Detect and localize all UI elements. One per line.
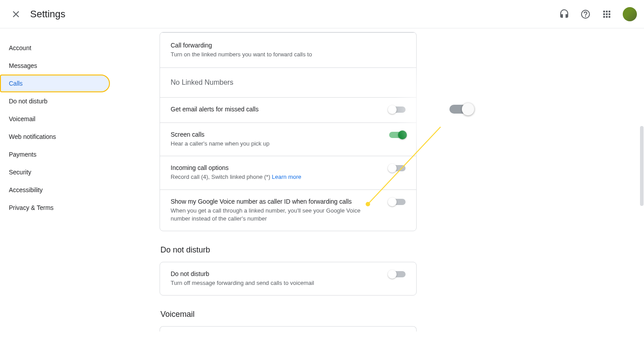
close-icon [11, 9, 21, 20]
linked-numbers-empty: No Linked Numbers [160, 67, 416, 97]
headset-icon [559, 9, 570, 20]
sidebar-item-messages[interactable]: Messages [0, 57, 110, 75]
apps-button[interactable] [598, 5, 616, 23]
sidebar-item-label: Do not disturb [9, 98, 47, 105]
show-voice-number-title: Show my Google Voice number as caller ID… [171, 198, 379, 205]
help-button[interactable] [577, 5, 594, 23]
show-voice-number-subtitle: When you get a call through a linked num… [171, 207, 379, 223]
sidebar-item-account[interactable]: Account [0, 39, 110, 57]
sidebar-item-label: Privacy & Terms [9, 204, 54, 211]
apps-grid-icon [601, 9, 612, 20]
account-avatar[interactable] [623, 7, 637, 21]
sidebar-item-privacy-terms[interactable]: Privacy & Terms [0, 199, 110, 217]
sidebar-item-payments[interactable]: Payments [0, 146, 110, 163]
call-forwarding-subtitle: Turn on the linked numbers you want to f… [171, 51, 406, 59]
sidebar-item-label: Payments [9, 151, 36, 158]
screen-calls-toggle[interactable] [389, 132, 406, 138]
sidebar-item-label: Messages [9, 62, 37, 69]
sidebar-item-voicemail[interactable]: Voicemail [0, 110, 110, 128]
sidebar-item-label: Accessibility [9, 186, 43, 193]
do-not-disturb-card: Do not disturb Turn off message forwardi… [160, 262, 417, 296]
sidebar-item-label: Account [9, 44, 31, 51]
sidebar-item-label: Calls [9, 80, 23, 87]
settings-main: Call forwarding Turn on the linked numbe… [115, 28, 644, 355]
app-header: Settings [0, 0, 644, 28]
highlight-toggle[interactable] [449, 105, 472, 114]
show-voice-number-toggle[interactable] [389, 199, 406, 205]
sidebar-item-calls[interactable]: Calls [0, 75, 110, 92]
close-button[interactable] [7, 5, 25, 23]
email-alerts-title: Get email alerts for missed calls [171, 106, 379, 113]
email-alerts-toggle[interactable] [389, 106, 406, 113]
sidebar-item-accessibility[interactable]: Accessibility [0, 181, 110, 199]
page-title: Settings [30, 8, 66, 20]
screen-calls-subtitle: Hear a caller's name when you pick up [171, 140, 379, 148]
scrollbar-thumb[interactable] [640, 126, 644, 206]
help-icon [580, 9, 591, 20]
voicemail-card [160, 326, 417, 331]
incoming-call-options-toggle[interactable] [389, 165, 406, 171]
scrollbar-track [640, 28, 644, 355]
do-not-disturb-heading: Do not disturb [160, 245, 644, 255]
settings-sidebar: Account Messages Calls Do not disturb Vo… [0, 28, 115, 355]
sidebar-item-do-not-disturb[interactable]: Do not disturb [0, 92, 110, 110]
sidebar-item-label: Web notifications [9, 133, 56, 140]
call-forwarding-row: Call forwarding Turn on the linked numbe… [160, 32, 416, 67]
header-actions [555, 5, 637, 23]
dnd-subtitle: Turn off message forwarding and send cal… [171, 279, 379, 287]
dnd-toggle[interactable] [389, 271, 406, 277]
screen-calls-title: Screen calls [171, 131, 379, 138]
incoming-call-options-title: Incoming call options [171, 164, 379, 171]
sidebar-item-label: Voicemail [9, 115, 35, 122]
sidebar-item-label: Security [9, 169, 31, 176]
incoming-call-options-subtitle: Record call (4), Switch linked phone (*)… [171, 173, 379, 181]
screen-calls-row: Screen calls Hear a caller's name when y… [160, 122, 416, 156]
calls-settings-card: Call forwarding Turn on the linked numbe… [160, 32, 417, 231]
voicemail-heading: Voicemail [160, 310, 644, 319]
incoming-call-options-subtitle-text: Record call (4), Switch linked phone (*) [171, 174, 272, 180]
show-voice-number-row: Show my Google Voice number as caller ID… [160, 189, 416, 231]
sidebar-item-web-notifications[interactable]: Web notifications [0, 128, 110, 146]
highlight-spotlight [434, 83, 488, 136]
dnd-row: Do not disturb Turn off message forwardi… [160, 262, 416, 295]
incoming-options-learn-more-link[interactable]: Learn more [272, 174, 301, 180]
call-forwarding-title: Call forwarding [171, 42, 406, 49]
page-body: Account Messages Calls Do not disturb Vo… [0, 28, 644, 355]
email-alerts-row: Get email alerts for missed calls [160, 97, 416, 122]
sidebar-item-security[interactable]: Security [0, 163, 110, 181]
incoming-call-options-row: Incoming call options Record call (4), S… [160, 156, 416, 189]
dnd-title: Do not disturb [171, 270, 379, 277]
headset-button[interactable] [555, 5, 573, 23]
